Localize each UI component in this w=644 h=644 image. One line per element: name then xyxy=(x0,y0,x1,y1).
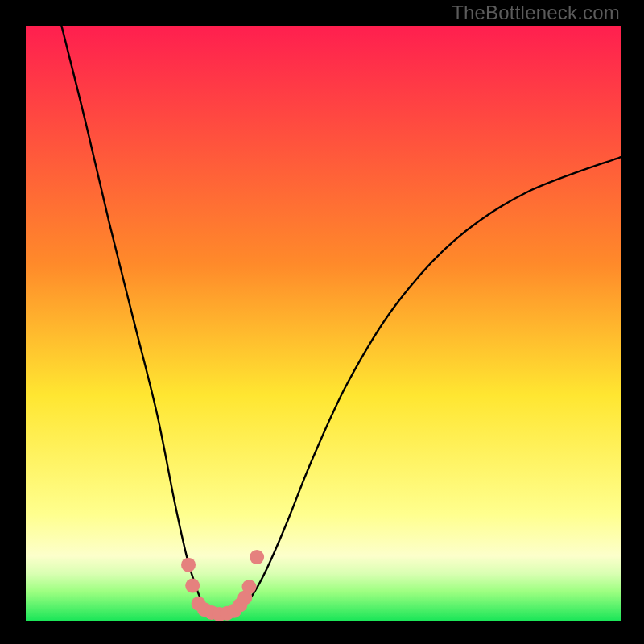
chart-svg xyxy=(26,26,621,621)
bg-gradient-rect xyxy=(26,26,621,621)
watermark-text: TheBottleneck.com xyxy=(452,2,620,24)
chart-frame: TheBottleneck.com xyxy=(0,0,644,644)
marker-dot xyxy=(242,580,257,594)
plot-area xyxy=(26,26,621,621)
marker-dot xyxy=(181,558,196,572)
marker-dot xyxy=(185,579,200,593)
marker-dot xyxy=(250,550,264,564)
